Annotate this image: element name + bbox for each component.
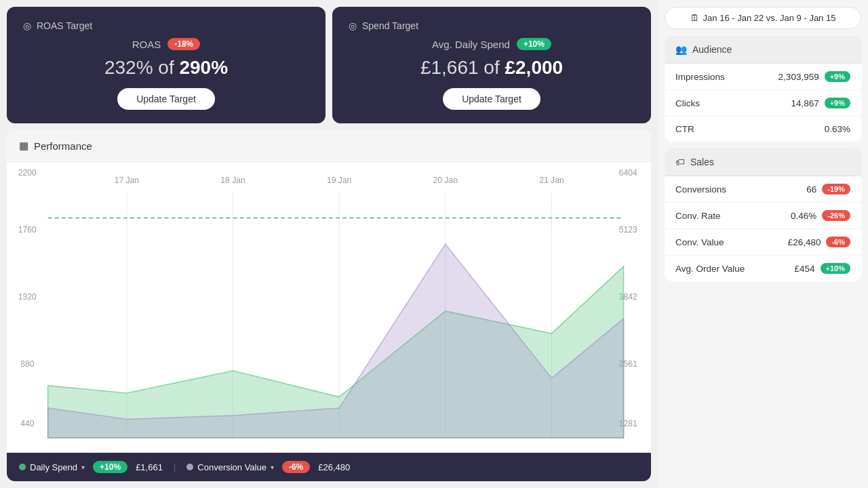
audience-icon: 👥 bbox=[675, 44, 687, 55]
roas-value-bold: 290% bbox=[179, 57, 228, 78]
legend-daily-spend-label: Daily Spend bbox=[30, 462, 77, 472]
roas-update-button[interactable]: Update Target bbox=[117, 88, 215, 110]
conv-value-row: Conv. Value £26,480 -6% bbox=[665, 229, 861, 256]
clicks-row: Clicks 14,867 +9% bbox=[665, 90, 861, 117]
sales-section: 🏷 Sales Conversions 66 -19% Conv. Rate 0… bbox=[665, 148, 861, 281]
roas-metric-row: ROAS -18% bbox=[132, 38, 201, 50]
performance-header: ▦ Performance bbox=[7, 130, 651, 162]
conv-value-chevron: ▾ bbox=[271, 464, 274, 471]
clicks-value: 14,867 bbox=[791, 98, 818, 108]
svg-text:880: 880 bbox=[20, 359, 34, 369]
audience-title: Audience bbox=[692, 44, 732, 55]
date-range-button[interactable]: 🗓 Jan 16 - Jan 22 vs. Jan 9 - Jan 15 bbox=[665, 7, 861, 29]
conv-value-label: Conv. Value bbox=[675, 237, 724, 247]
clicks-badge: +9% bbox=[825, 98, 850, 108]
ctr-value: 0.63% bbox=[825, 124, 850, 134]
sales-icon: 🏷 bbox=[675, 157, 685, 167]
chart-footer: Daily Spend ▾ +10% £1,661 | Conversion V… bbox=[7, 453, 651, 481]
roas-badge: -18% bbox=[167, 38, 200, 50]
ctr-label: CTR bbox=[675, 124, 694, 134]
audience-section: 👥 Audience Impressions 2,303,959 +9% Cli… bbox=[665, 36, 861, 142]
sales-rows: Conversions 66 -19% Conv. Rate 0.46% -26… bbox=[665, 176, 861, 281]
footer-divider: | bbox=[174, 462, 176, 472]
ctr-row: CTR 0.63% bbox=[665, 117, 861, 142]
impressions-value: 2,303,959 bbox=[778, 72, 819, 82]
performance-icon: ▦ bbox=[19, 140, 28, 152]
spend-icon: ◎ bbox=[349, 20, 357, 31]
performance-panel: ▦ Performance 2200 1760 1320 880 440 640… bbox=[7, 130, 651, 481]
conversions-row: Conversions 66 -19% bbox=[665, 176, 861, 203]
roas-title: ROAS Target bbox=[37, 20, 92, 31]
audience-header: 👥 Audience bbox=[665, 36, 861, 64]
svg-text:1320: 1320 bbox=[18, 292, 37, 302]
spend-value: £1,661 of £2,000 bbox=[420, 57, 563, 79]
svg-text:1760: 1760 bbox=[18, 225, 37, 235]
conv-value-right: £26,480 -6% bbox=[788, 237, 850, 247]
impressions-row: Impressions 2,303,959 +9% bbox=[665, 64, 861, 90]
ctr-right: 0.63% bbox=[825, 124, 850, 134]
impressions-right: 2,303,959 +9% bbox=[778, 71, 850, 82]
clicks-label: Clicks bbox=[675, 98, 700, 108]
roas-value-prefix: 232% of bbox=[104, 57, 180, 78]
avg-order-right: £454 +10% bbox=[795, 263, 851, 274]
conv-value-amount: £26,480 bbox=[318, 462, 350, 472]
spend-metric-label: Avg. Daily Spend bbox=[432, 39, 510, 50]
conv-value-badge: -6% bbox=[826, 237, 850, 247]
right-panel: 🗓 Jan 16 - Jan 22 vs. Jan 9 - Jan 15 👥 A… bbox=[658, 0, 868, 488]
roas-metric-label: ROAS bbox=[132, 39, 161, 50]
date-range-label: Jan 16 - Jan 22 vs. Jan 9 - Jan 15 bbox=[703, 13, 836, 23]
conv-value-amount: £26,480 bbox=[788, 237, 821, 247]
audience-rows: Impressions 2,303,959 +9% Clicks 14,867 … bbox=[665, 64, 861, 142]
roas-icon: ◎ bbox=[23, 20, 31, 31]
svg-text:2200: 2200 bbox=[18, 167, 37, 178]
svg-text:5123: 5123 bbox=[619, 225, 637, 235]
performance-title: Performance bbox=[34, 140, 92, 152]
sales-title: Sales bbox=[690, 157, 714, 167]
svg-text:19 Jan: 19 Jan bbox=[327, 175, 351, 185]
spend-value-bold: £2,000 bbox=[505, 57, 563, 78]
svg-text:21 Jan: 21 Jan bbox=[539, 175, 564, 185]
sales-header: 🏷 Sales bbox=[665, 148, 861, 176]
spend-badge: +10% bbox=[517, 38, 551, 50]
conv-rate-label: Conv. Rate bbox=[675, 211, 721, 221]
legend-conv-value[interactable]: Conversion Value ▾ bbox=[186, 462, 274, 472]
spend-card-header: ◎ Spend Target bbox=[349, 20, 418, 31]
spend-card: ◎ Spend Target Avg. Daily Spend +10% £1,… bbox=[332, 7, 651, 123]
roas-card: ◎ ROAS Target ROAS -18% 232% of 290% Upd… bbox=[7, 7, 326, 123]
svg-text:20 Jan: 20 Jan bbox=[433, 175, 458, 185]
avg-order-badge: +10% bbox=[821, 263, 850, 274]
legend-conv-value-label: Conversion Value bbox=[197, 462, 267, 472]
conv-rate-value: 0.46% bbox=[791, 211, 816, 221]
daily-spend-badge: +10% bbox=[93, 461, 127, 473]
conv-rate-row: Conv. Rate 0.46% -26% bbox=[665, 203, 861, 229]
chart-svg: 2200 1760 1320 880 440 6404 5123 3842 25… bbox=[7, 162, 651, 453]
svg-text:18 Jan: 18 Jan bbox=[220, 175, 245, 185]
legend-daily-spend[interactable]: Daily Spend ▾ bbox=[19, 462, 85, 472]
spend-title: Spend Target bbox=[362, 20, 418, 31]
impressions-badge: +9% bbox=[825, 71, 850, 82]
daily-spend-dot bbox=[19, 464, 26, 470]
svg-text:440: 440 bbox=[20, 419, 34, 429]
impressions-label: Impressions bbox=[675, 72, 725, 82]
conversions-badge: -19% bbox=[822, 184, 850, 195]
conversions-right: 66 -19% bbox=[806, 184, 850, 195]
spend-update-button[interactable]: Update Target bbox=[443, 88, 540, 110]
daily-spend-chevron: ▾ bbox=[81, 464, 85, 471]
conv-value-badge: -6% bbox=[282, 461, 310, 473]
left-panel: ◎ ROAS Target ROAS -18% 232% of 290% Upd… bbox=[0, 0, 658, 488]
conv-rate-badge: -26% bbox=[822, 210, 850, 221]
roas-card-header: ◎ ROAS Target bbox=[23, 20, 92, 31]
svg-text:6404: 6404 bbox=[619, 167, 637, 178]
avg-order-value: £454 bbox=[795, 264, 815, 274]
avg-order-label: Avg. Order Value bbox=[675, 264, 745, 274]
daily-spend-value: £1,661 bbox=[136, 462, 163, 472]
top-cards: ◎ ROAS Target ROAS -18% 232% of 290% Upd… bbox=[7, 7, 651, 123]
chart-area: 2200 1760 1320 880 440 6404 5123 3842 25… bbox=[7, 162, 651, 453]
roas-value: 232% of 290% bbox=[104, 57, 228, 79]
conversions-label: Conversions bbox=[675, 184, 726, 195]
conv-rate-right: 0.46% -26% bbox=[791, 210, 850, 221]
svg-text:17 Jan: 17 Jan bbox=[115, 175, 139, 185]
clicks-right: 14,867 +9% bbox=[791, 98, 850, 108]
spend-metric-row: Avg. Daily Spend +10% bbox=[432, 38, 551, 50]
conv-value-dot bbox=[186, 464, 193, 470]
